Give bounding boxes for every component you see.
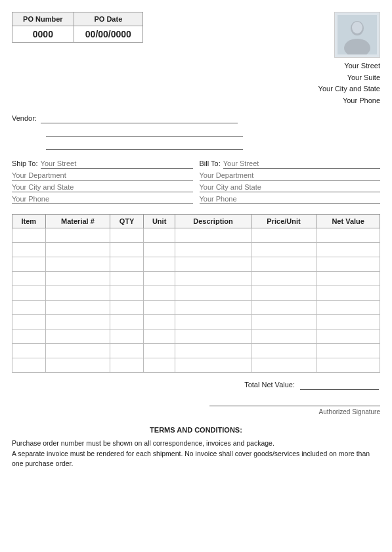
col-material: Material # — [45, 215, 110, 228]
header-section: PO Number PO Date 0000 00/00/0000 — [12, 12, 380, 106]
table-cell — [251, 358, 316, 373]
po-date-value: 00/00/0000 — [74, 26, 142, 43]
table-cell — [316, 243, 380, 257]
vendor-field-1[interactable] — [41, 113, 238, 123]
table-cell — [175, 315, 251, 329]
table-row — [12, 329, 380, 344]
table-cell — [251, 243, 316, 257]
table-row — [12, 228, 380, 243]
svg-point-3 — [352, 22, 362, 33]
table-cell — [12, 243, 46, 257]
col-item: Item — [12, 215, 46, 228]
table-cell — [316, 301, 380, 315]
table-cell — [12, 301, 46, 315]
table-cell — [12, 286, 46, 301]
table-cell — [251, 272, 316, 286]
bill-to-street[interactable] — [223, 159, 380, 169]
table-cell — [316, 272, 380, 286]
table-cell — [143, 257, 175, 272]
col-description: Description — [175, 215, 251, 228]
table-cell — [316, 358, 380, 373]
table-cell — [45, 228, 110, 243]
table-row — [12, 272, 380, 286]
table-cell — [316, 286, 380, 301]
bill-to-department[interactable] — [200, 171, 381, 180]
company-photo — [334, 12, 380, 58]
table-row — [12, 344, 380, 358]
vendor-field-3[interactable] — [46, 139, 243, 150]
table-cell — [143, 344, 175, 358]
company-city-state: Your City and State — [318, 83, 380, 95]
table-cell — [110, 301, 144, 315]
bill-to-phone[interactable] — [200, 194, 381, 204]
col-net-value: Net Value — [316, 215, 380, 228]
table-cell — [316, 257, 380, 272]
table-cell — [110, 228, 144, 243]
total-net-value-input[interactable] — [300, 379, 379, 390]
table-cell — [45, 243, 110, 257]
col-qty: QTY — [110, 215, 144, 228]
table-cell — [45, 286, 110, 301]
table-cell — [12, 315, 46, 329]
ship-to-label: Ship To: — [12, 159, 38, 167]
ship-to-street[interactable] — [41, 159, 193, 169]
table-cell — [175, 257, 251, 272]
table-row — [12, 301, 380, 315]
company-street: Your Street — [318, 60, 380, 72]
table-cell — [12, 329, 46, 344]
company-phone: Your Phone — [318, 95, 380, 107]
signature-label: Authorized Signature — [209, 408, 380, 415]
table-cell — [175, 272, 251, 286]
table-cell — [110, 358, 144, 373]
table-cell — [251, 301, 316, 315]
table-cell — [45, 301, 110, 315]
po-date-header: PO Date — [74, 12, 142, 26]
table-cell — [45, 315, 110, 329]
table-cell — [143, 228, 175, 243]
table-cell — [175, 243, 251, 257]
table-cell — [110, 286, 144, 301]
total-net-value-label: Total Net Value: — [244, 381, 295, 389]
table-cell — [143, 315, 175, 329]
col-price-unit: Price/Unit — [251, 215, 316, 228]
table-cell — [110, 272, 144, 286]
terms-title: TERMS AND CONDITIONS: — [12, 425, 380, 436]
table-cell — [110, 243, 144, 257]
table-cell — [12, 228, 46, 243]
table-cell — [45, 329, 110, 344]
table-cell — [110, 315, 144, 329]
table-cell — [45, 344, 110, 358]
table-cell — [143, 358, 175, 373]
table-cell — [175, 301, 251, 315]
bill-to-label: Bill To: — [200, 159, 221, 167]
table-cell — [251, 257, 316, 272]
ship-to-department[interactable] — [12, 171, 193, 180]
table-cell — [12, 344, 46, 358]
table-cell — [316, 329, 380, 344]
ship-to-city-state[interactable] — [12, 182, 193, 192]
table-cell — [110, 257, 144, 272]
table-cell — [175, 286, 251, 301]
ship-to-block: Ship To: — [12, 159, 193, 206]
table-cell — [12, 257, 46, 272]
table-cell — [143, 329, 175, 344]
po-number-value: 0000 — [12, 26, 74, 43]
table-cell — [251, 315, 316, 329]
table-cell — [143, 286, 175, 301]
table-row — [12, 315, 380, 329]
terms-section: TERMS AND CONDITIONS: Purchase order num… — [12, 425, 380, 469]
company-info: Your Street Your Suite Your City and Sta… — [318, 12, 380, 106]
bill-to-city-state[interactable] — [200, 182, 381, 192]
vendor-label: Vendor: — [12, 114, 37, 122]
table-cell — [175, 329, 251, 344]
total-section: Total Net Value: — [12, 379, 380, 390]
vendor-field-2[interactable] — [46, 126, 243, 137]
table-cell — [12, 358, 46, 373]
table-cell — [45, 272, 110, 286]
table-cell — [175, 344, 251, 358]
signature-line — [209, 406, 380, 406]
table-cell — [251, 329, 316, 344]
ship-to-phone[interactable] — [12, 194, 193, 204]
table-cell — [175, 228, 251, 243]
po-number-header: PO Number — [12, 12, 74, 26]
